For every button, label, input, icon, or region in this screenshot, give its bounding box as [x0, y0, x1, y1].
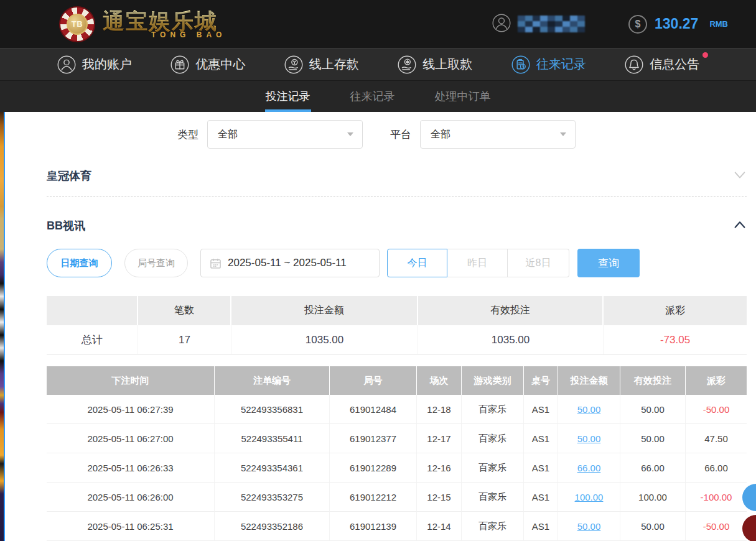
col-header-session: 场次 — [417, 366, 462, 395]
cell-valid-bet: 50.00 — [620, 512, 686, 541]
summary-header-payout: 派彩 — [604, 296, 747, 325]
bet-amount-link[interactable]: 50.00 — [577, 521, 601, 532]
filter-row: 类型 全部 平台 全部 — [177, 120, 747, 149]
bet-amount-link[interactable]: 50.00 — [577, 433, 601, 444]
username-redacted — [518, 16, 585, 32]
cell-valid-bet: 66.00 — [620, 453, 686, 483]
summary-header-bet-amount: 投注金额 — [231, 296, 418, 325]
summary-header-count: 笔数 — [138, 296, 231, 325]
site-name-cn: 通宝娱乐城 — [103, 10, 226, 32]
quick-date-group: 今日 昨日 近8日 — [387, 249, 569, 277]
cell-payout: 47.50 — [686, 424, 747, 453]
cell-payout: -50.00 — [686, 395, 747, 424]
col-header-payout: 派彩 — [686, 366, 747, 395]
bell-icon — [624, 55, 644, 75]
type-select-value: 全部 — [218, 128, 238, 141]
chevron-down-icon[interactable] — [733, 168, 747, 184]
cell-game-type: 百家乐 — [462, 453, 524, 483]
cell-session: 12-17 — [417, 424, 462, 453]
section-title: 皇冠体育 — [47, 169, 91, 183]
clipboard-clock-icon — [511, 55, 531, 75]
col-header-valid-bet: 有效投注 — [620, 366, 686, 395]
gift-icon — [170, 55, 190, 75]
chevron-down-icon — [560, 132, 566, 136]
bet-records-table: 下注时间 注单编号 局号 场次 游戏类别 桌号 投注金额 有效投注 派彩 202… — [47, 366, 747, 541]
chevron-up-icon[interactable] — [733, 218, 747, 234]
round-query-button[interactable]: 局号查询 — [124, 249, 188, 277]
tab-bet-records[interactable]: 投注记录 — [264, 81, 312, 112]
cell-game-type: 百家乐 — [462, 424, 524, 453]
cell-valid-bet: 50.00 — [620, 395, 686, 424]
summary-header-blank — [47, 296, 138, 325]
summary-valid-bet: 1035.00 — [418, 325, 604, 355]
top-header: TB 通宝娱乐城 TONG BAO $ — [0, 0, 756, 48]
bet-amount-link[interactable]: 100.00 — [575, 492, 604, 502]
user-icon — [57, 55, 77, 75]
cell-session: 12-16 — [417, 453, 462, 483]
search-button[interactable]: 查询 — [577, 249, 640, 277]
summary-total-label: 总计 — [47, 325, 138, 355]
cell-payout: -100.00 — [686, 483, 747, 512]
cell-table-no: AS1 — [524, 483, 558, 512]
nav-item-promotions[interactable]: 优惠中心 — [170, 55, 245, 75]
cell-table-no: AS1 — [524, 395, 558, 424]
section-bb-video[interactable]: BB视讯 — [47, 213, 747, 238]
cell-table-no: AS1 — [524, 512, 558, 541]
tab-transaction-records[interactable]: 往来记录 — [349, 81, 396, 112]
nav-label: 优惠中心 — [195, 56, 245, 73]
date-range-picker[interactable]: 2025-05-11 ~ 2025-05-11 — [200, 249, 380, 277]
type-select[interactable]: 全部 — [207, 120, 363, 149]
cell-order-no: 522493353275 — [215, 483, 330, 512]
cell-order-no: 522493352186 — [215, 512, 330, 541]
calendar-icon — [210, 257, 222, 269]
cell-valid-bet: 100.00 — [620, 483, 686, 512]
col-header-round-no: 局号 — [330, 366, 417, 395]
cell-valid-bet: 50.00 — [620, 424, 686, 453]
today-button[interactable]: 今日 — [387, 249, 447, 277]
cell-time: 2025-05-11 06:25:31 — [47, 512, 215, 541]
tab-pending-orders[interactable]: 处理中订单 — [434, 81, 492, 112]
user-avatar-icon — [492, 13, 511, 35]
nav-item-online-deposit[interactable]: 线上存款 — [284, 55, 359, 75]
cell-round-no: 619012377 — [330, 424, 417, 453]
summary-bet-amount: 1035.00 — [231, 325, 418, 355]
platform-select[interactable]: 全部 — [420, 120, 576, 149]
cell-round-no: 619012484 — [330, 395, 417, 424]
nav-item-online-withdrawal[interactable]: 线上取款 — [397, 55, 472, 75]
bet-amount-link[interactable]: 50.00 — [577, 404, 601, 415]
section-crown-sports[interactable]: 皇冠体育 — [47, 164, 747, 188]
user-box — [492, 13, 585, 35]
date-query-button[interactable]: 日期查询 — [47, 249, 112, 277]
balance-box: $ 130.27 RMB — [628, 15, 728, 34]
nav-item-my-account[interactable]: 我的账户 — [57, 55, 132, 75]
balance-currency: RMB — [709, 19, 728, 29]
poker-chip-icon: TB — [59, 6, 95, 42]
logo-text: 通宝娱乐城 TONG BAO — [103, 10, 226, 39]
site-logo[interactable]: TB 通宝娱乐城 TONG BAO — [59, 6, 226, 42]
bet-amount-link[interactable]: 66.00 — [577, 463, 601, 473]
last-8-days-button[interactable]: 近8日 — [508, 249, 569, 277]
cell-session: 12-18 — [417, 395, 462, 424]
nav-label: 信息公告 — [650, 56, 699, 73]
nav-item-transaction-records[interactable]: 往来记录 — [511, 55, 586, 75]
content-area: 类型 全部 平台 全部 皇冠体育 BB视讯 — [0, 112, 756, 541]
date-range-value: 2025-05-11 ~ 2025-05-11 — [228, 257, 347, 269]
background-image-strip — [0, 112, 5, 541]
balance-amount: 130.27 — [655, 16, 698, 32]
cell-round-no: 619012289 — [330, 453, 417, 483]
type-filter-label: 类型 — [177, 127, 198, 142]
coin-hand-icon — [397, 55, 417, 75]
cell-session: 12-15 — [417, 483, 462, 512]
nav-item-announcements[interactable]: 信息公告 — [624, 55, 699, 75]
nav-label: 我的账户 — [82, 56, 132, 73]
dollar-icon: $ — [628, 15, 647, 34]
nav-label: 往来记录 — [536, 56, 586, 73]
cell-round-no: 619012139 — [330, 512, 417, 541]
yesterday-button[interactable]: 昨日 — [447, 249, 508, 277]
main-nav: 我的账户 优惠中心 线上存款 线上取款 往来记录 信息公告 — [0, 48, 756, 80]
summary-payout: -73.05 — [604, 325, 747, 355]
summary-count: 17 — [138, 325, 231, 355]
cell-payout: -50.00 — [686, 512, 747, 541]
cell-time: 2025-05-11 06:27:39 — [47, 395, 215, 424]
section-title: BB视讯 — [47, 218, 85, 233]
